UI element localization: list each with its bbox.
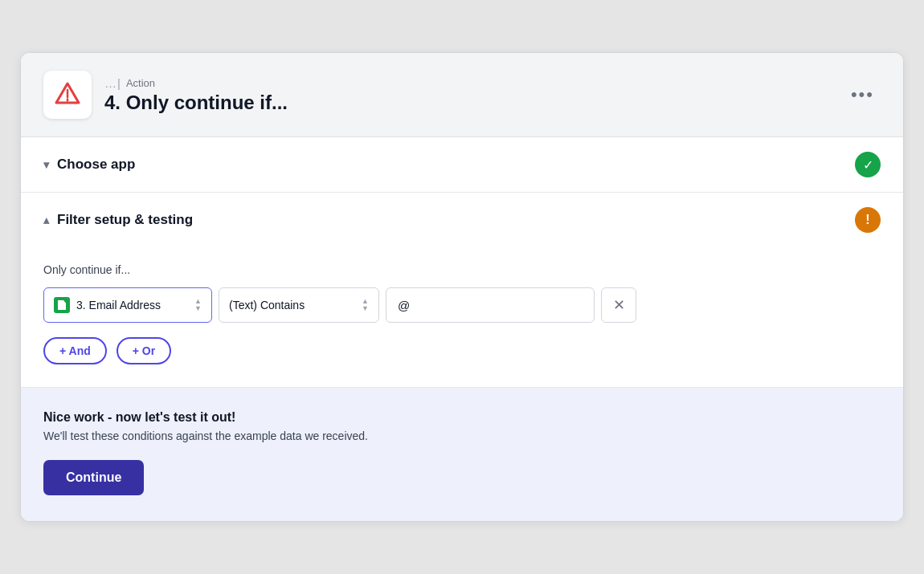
test-panel: Nice work - now let's test it out! We'll…: [21, 388, 903, 521]
app-icon: [43, 71, 92, 119]
filter-setup-label: Filter setup & testing: [57, 212, 193, 228]
delete-filter-button[interactable]: ✕: [601, 287, 636, 323]
choose-app-section: ▾ Choose app ✓: [21, 137, 903, 193]
add-and-button[interactable]: + And: [43, 337, 107, 364]
choose-app-status-badge: ✓: [855, 152, 881, 177]
choose-app-label: Choose app: [57, 157, 135, 173]
field-selector-inner: 3. Email Address ▲▼: [76, 298, 202, 312]
filter-setup-title: ▴ Filter setup & testing: [43, 212, 193, 228]
only-continue-label: Only continue if...: [43, 263, 881, 276]
action-label: Action: [126, 77, 155, 89]
continue-button[interactable]: Continue: [43, 460, 144, 495]
operator-selector-text: (Text) Contains: [229, 299, 305, 311]
header-title: 4. Only continue if...: [104, 92, 288, 114]
choose-app-chevron: ▾: [43, 158, 49, 171]
filter-setup-chevron: ▴: [43, 214, 49, 226]
add-or-button[interactable]: + Or: [117, 337, 171, 364]
operator-selector-inner: (Text) Contains ▲▼: [229, 298, 369, 312]
filter-value-input[interactable]: [386, 287, 595, 323]
step-separator: …|: [104, 76, 121, 90]
more-options-button[interactable]: •••: [844, 81, 881, 108]
choose-app-header[interactable]: ▾ Choose app ✓: [21, 137, 903, 192]
filter-setup-section: ▴ Filter setup & testing ! Only continue…: [21, 193, 903, 388]
choose-app-title: ▾ Choose app: [43, 157, 135, 173]
main-card: …| Action 4. Only continue if... ••• ▾ C…: [20, 52, 904, 522]
spreadsheet-icon: [54, 297, 70, 313]
filter-setup-header[interactable]: ▴ Filter setup & testing !: [21, 193, 903, 247]
field-selector[interactable]: 3. Email Address ▲▼: [43, 287, 212, 323]
filter-row: 3. Email Address ▲▼ (Text) Contains ▲▼ ✕: [43, 287, 881, 323]
header-label: …| Action: [104, 76, 288, 90]
operator-selector[interactable]: (Text) Contains ▲▼: [219, 287, 379, 323]
field-selector-text: 3. Email Address: [76, 299, 161, 311]
header-text: …| Action 4. Only continue if...: [104, 76, 288, 114]
add-buttons: + And + Or: [43, 337, 881, 364]
test-title: Nice work - now let's test it out!: [43, 410, 881, 425]
checkmark-icon: ✓: [863, 157, 873, 173]
filter-setup-content: Only continue if... 3. Email Address ▲▼ …: [21, 247, 903, 387]
test-description: We'll test these conditions against the …: [43, 429, 881, 442]
operator-selector-arrows: ▲▼: [362, 298, 369, 312]
warning-icon: !: [865, 213, 869, 227]
card-header: …| Action 4. Only continue if... •••: [21, 53, 903, 137]
close-icon: ✕: [613, 296, 625, 314]
header-left: …| Action 4. Only continue if...: [43, 71, 288, 119]
field-selector-arrows: ▲▼: [194, 298, 202, 312]
filter-setup-status-badge: !: [855, 207, 881, 233]
